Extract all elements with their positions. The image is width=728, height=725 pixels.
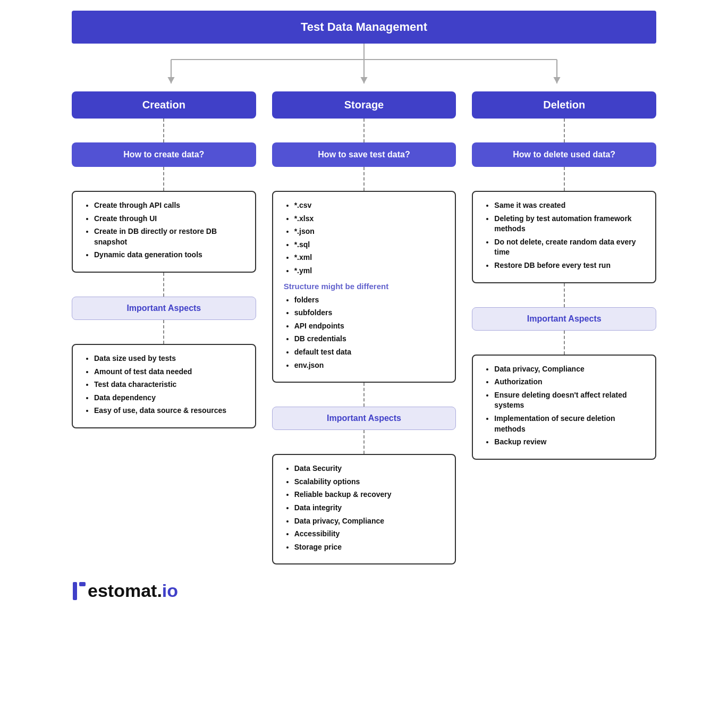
creation-question: How to create data? bbox=[72, 142, 256, 167]
list-item: Create through UI bbox=[94, 214, 244, 224]
deletion-question: How to delete used data? bbox=[472, 142, 656, 167]
list-item: *.csv bbox=[294, 200, 445, 211]
dashed-6 bbox=[363, 167, 365, 191]
dashed-2 bbox=[163, 167, 164, 191]
svg-marker-6 bbox=[360, 77, 367, 83]
dashed-3 bbox=[163, 273, 164, 297]
storage-aspects-list: Data Security Scalability options Reliab… bbox=[284, 463, 445, 552]
dashed-8 bbox=[363, 430, 365, 454]
list-item: Create through API calls bbox=[94, 200, 244, 211]
list-item: *.yml bbox=[294, 266, 445, 276]
dashed-1 bbox=[163, 119, 164, 142]
list-item: *.sql bbox=[294, 240, 445, 250]
logo-dot: . bbox=[157, 580, 162, 601]
deletion-important: Important Aspects bbox=[472, 307, 656, 331]
deletion-category: Deletion bbox=[472, 91, 656, 119]
dashed-5 bbox=[363, 119, 365, 142]
storage-list: *.csv *.xlsx *.json *.sql *.xml *.yml bbox=[284, 200, 445, 276]
deletion-aspects: Data privacy, Compliance Authorization E… bbox=[472, 355, 656, 460]
creation-important: Important Aspects bbox=[72, 297, 256, 320]
page-title: Test Data Management bbox=[72, 11, 656, 44]
svg-marker-5 bbox=[167, 77, 174, 83]
storage-subtitle-list: folders subfolders API endpoints DB cred… bbox=[284, 295, 445, 371]
list-item: Create in DB directly or restore DB snap… bbox=[94, 226, 244, 247]
list-item: default test data bbox=[294, 347, 445, 358]
storage-subtitle: Structure might be different bbox=[284, 282, 445, 291]
list-item: Data privacy, Compliance bbox=[294, 516, 445, 527]
svg-rect-8 bbox=[73, 582, 77, 600]
list-item: Accessibility bbox=[294, 529, 445, 539]
dashed-11 bbox=[564, 283, 565, 307]
list-item: Data integrity bbox=[294, 503, 445, 513]
list-item: env.json bbox=[294, 360, 445, 371]
creation-list: Create through API calls Create through … bbox=[83, 200, 244, 260]
svg-marker-7 bbox=[553, 77, 560, 83]
list-item: Data size used by tests bbox=[94, 353, 244, 364]
list-item: Scalability options bbox=[294, 477, 445, 487]
list-item: Same it was created bbox=[494, 200, 645, 211]
storage-category: Storage bbox=[272, 91, 456, 119]
list-item: Storage price bbox=[294, 542, 445, 553]
list-item: Reliable backup & recovery bbox=[294, 490, 445, 500]
dashed-12 bbox=[564, 331, 565, 355]
list-item: Backup review bbox=[494, 437, 645, 448]
logo: estomat . io bbox=[72, 580, 178, 601]
creation-category: Creation bbox=[72, 91, 256, 119]
columns-container: Creation How to create data? Create thro… bbox=[72, 91, 656, 564]
list-item: Ensure deleting doesn't affect related s… bbox=[494, 390, 645, 411]
creation-aspects: Data size used by tests Amount of test d… bbox=[72, 344, 256, 428]
list-item: Do not delete, create random data every … bbox=[494, 237, 645, 258]
list-item: Dynamic data generation tools bbox=[94, 250, 244, 260]
logo-area: estomat . io bbox=[72, 564, 656, 612]
list-item: Data dependency bbox=[94, 393, 244, 403]
deletion-column: Deletion How to delete used data? Same i… bbox=[472, 91, 656, 460]
list-item: DB credentials bbox=[294, 334, 445, 344]
logo-io: io bbox=[162, 580, 178, 601]
list-item: Data privacy, Compliance bbox=[494, 364, 645, 375]
list-item: Authorization bbox=[494, 377, 645, 387]
list-item: *.json bbox=[294, 226, 445, 237]
dashed-4 bbox=[163, 320, 164, 344]
dashed-10 bbox=[564, 167, 565, 191]
list-item: subfolders bbox=[294, 308, 445, 318]
list-item: API endpoints bbox=[294, 321, 445, 332]
creation-aspects-list: Data size used by tests Amount of test d… bbox=[83, 353, 244, 416]
deletion-list: Same it was created Deleting by test aut… bbox=[484, 200, 645, 271]
list-item: Restore DB before every test run bbox=[494, 260, 645, 271]
dashed-9 bbox=[564, 119, 565, 142]
top-connector bbox=[72, 44, 656, 91]
list-item: Implementation of secure deletion method… bbox=[494, 414, 645, 434]
list-item: Easy of use, data source & resources bbox=[94, 406, 244, 416]
list-item: folders bbox=[294, 295, 445, 306]
list-item: *.xml bbox=[294, 252, 445, 263]
list-item: Data Security bbox=[294, 463, 445, 474]
storage-content: *.csv *.xlsx *.json *.sql *.xml *.yml St… bbox=[272, 191, 456, 383]
dashed-7 bbox=[363, 383, 365, 407]
deletion-aspects-list: Data privacy, Compliance Authorization E… bbox=[484, 364, 645, 448]
storage-aspects: Data Security Scalability options Reliab… bbox=[272, 454, 456, 564]
svg-rect-9 bbox=[79, 582, 86, 586]
storage-column: Storage How to save test data? *.csv *.x… bbox=[272, 91, 456, 564]
list-item: Test data characteristic bbox=[94, 380, 244, 390]
deletion-content: Same it was created Deleting by test aut… bbox=[472, 191, 656, 283]
creation-column: Creation How to create data? Create thro… bbox=[72, 91, 256, 428]
storage-important: Important Aspects bbox=[272, 407, 456, 430]
storage-question: How to save test data? bbox=[272, 142, 456, 167]
list-item: *.xlsx bbox=[294, 214, 445, 224]
creation-content: Create through API calls Create through … bbox=[72, 191, 256, 273]
logo-text: estomat bbox=[88, 580, 157, 601]
logo-icon bbox=[72, 581, 87, 601]
list-item: Deleting by test automation framework me… bbox=[494, 214, 645, 234]
list-item: Amount of test data needed bbox=[94, 367, 244, 377]
